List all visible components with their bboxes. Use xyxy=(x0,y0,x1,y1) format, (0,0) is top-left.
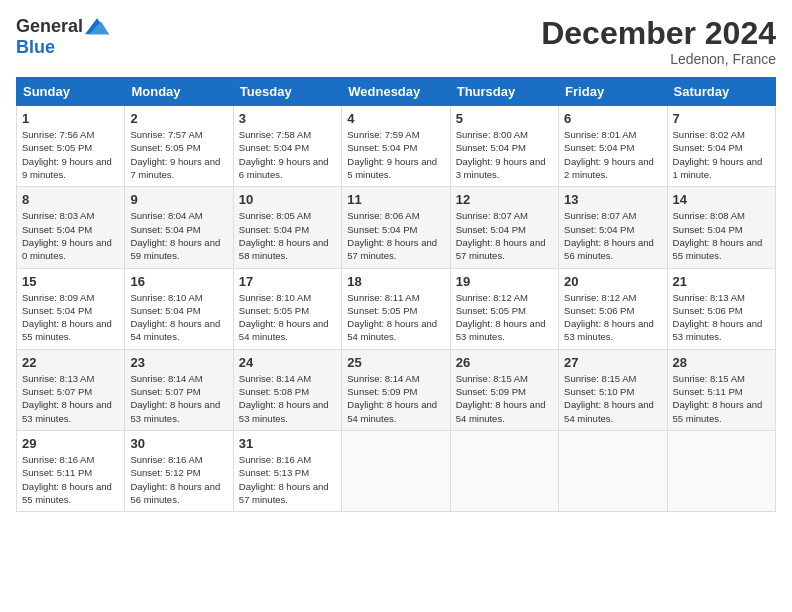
sunset-label: Sunset: 5:06 PM xyxy=(673,305,743,316)
daylight-label: Daylight: 8 hours and 53 minutes. xyxy=(22,399,112,423)
sunset-label: Sunset: 5:07 PM xyxy=(130,386,200,397)
day-number: 14 xyxy=(673,192,770,207)
sunset-label: Sunset: 5:04 PM xyxy=(22,305,92,316)
day-info: Sunrise: 8:01 AM Sunset: 5:04 PM Dayligh… xyxy=(564,128,661,181)
sunrise-label: Sunrise: 8:00 AM xyxy=(456,129,528,140)
day-number: 20 xyxy=(564,274,661,289)
daylight-label: Daylight: 9 hours and 3 minutes. xyxy=(456,156,546,180)
table-row: 19 Sunrise: 8:12 AM Sunset: 5:05 PM Dayl… xyxy=(450,268,558,349)
sunset-label: Sunset: 5:12 PM xyxy=(130,467,200,478)
day-number: 29 xyxy=(22,436,119,451)
table-row: 14 Sunrise: 8:08 AM Sunset: 5:04 PM Dayl… xyxy=(667,187,775,268)
day-info: Sunrise: 8:09 AM Sunset: 5:04 PM Dayligh… xyxy=(22,291,119,344)
table-row xyxy=(342,430,450,511)
sunrise-label: Sunrise: 8:02 AM xyxy=(673,129,745,140)
sunset-label: Sunset: 5:05 PM xyxy=(456,305,526,316)
daylight-label: Daylight: 8 hours and 54 minutes. xyxy=(347,318,437,342)
sunrise-label: Sunrise: 8:01 AM xyxy=(564,129,636,140)
sunrise-label: Sunrise: 8:10 AM xyxy=(239,292,311,303)
col-thursday: Thursday xyxy=(450,78,558,106)
col-monday: Monday xyxy=(125,78,233,106)
daylight-label: Daylight: 9 hours and 1 minute. xyxy=(673,156,763,180)
day-info: Sunrise: 7:57 AM Sunset: 5:05 PM Dayligh… xyxy=(130,128,227,181)
day-number: 2 xyxy=(130,111,227,126)
sunrise-label: Sunrise: 8:15 AM xyxy=(673,373,745,384)
sunrise-label: Sunrise: 8:03 AM xyxy=(22,210,94,221)
day-number: 24 xyxy=(239,355,336,370)
day-info: Sunrise: 8:07 AM Sunset: 5:04 PM Dayligh… xyxy=(564,209,661,262)
sunrise-label: Sunrise: 8:04 AM xyxy=(130,210,202,221)
sunrise-label: Sunrise: 8:16 AM xyxy=(22,454,94,465)
day-info: Sunrise: 8:12 AM Sunset: 5:06 PM Dayligh… xyxy=(564,291,661,344)
day-info: Sunrise: 8:06 AM Sunset: 5:04 PM Dayligh… xyxy=(347,209,444,262)
sunset-label: Sunset: 5:04 PM xyxy=(239,142,309,153)
table-row: 24 Sunrise: 8:14 AM Sunset: 5:08 PM Dayl… xyxy=(233,349,341,430)
title-block: December 2024 Ledenon, France xyxy=(541,16,776,67)
day-number: 27 xyxy=(564,355,661,370)
day-number: 16 xyxy=(130,274,227,289)
daylight-label: Daylight: 8 hours and 54 minutes. xyxy=(239,318,329,342)
col-saturday: Saturday xyxy=(667,78,775,106)
sunset-label: Sunset: 5:04 PM xyxy=(564,224,634,235)
table-row: 11 Sunrise: 8:06 AM Sunset: 5:04 PM Dayl… xyxy=(342,187,450,268)
day-info: Sunrise: 8:03 AM Sunset: 5:04 PM Dayligh… xyxy=(22,209,119,262)
sunset-label: Sunset: 5:05 PM xyxy=(239,305,309,316)
logo-blue-text: Blue xyxy=(16,37,55,57)
daylight-label: Daylight: 8 hours and 53 minutes. xyxy=(239,399,329,423)
table-row: 7 Sunrise: 8:02 AM Sunset: 5:04 PM Dayli… xyxy=(667,106,775,187)
sunrise-label: Sunrise: 8:15 AM xyxy=(564,373,636,384)
daylight-label: Daylight: 9 hours and 6 minutes. xyxy=(239,156,329,180)
daylight-label: Daylight: 8 hours and 57 minutes. xyxy=(239,481,329,505)
sunset-label: Sunset: 5:04 PM xyxy=(239,224,309,235)
calendar-week-5: 29 Sunrise: 8:16 AM Sunset: 5:11 PM Dayl… xyxy=(17,430,776,511)
table-row: 18 Sunrise: 8:11 AM Sunset: 5:05 PM Dayl… xyxy=(342,268,450,349)
day-number: 7 xyxy=(673,111,770,126)
day-info: Sunrise: 8:12 AM Sunset: 5:05 PM Dayligh… xyxy=(456,291,553,344)
day-info: Sunrise: 8:11 AM Sunset: 5:05 PM Dayligh… xyxy=(347,291,444,344)
daylight-label: Daylight: 8 hours and 53 minutes. xyxy=(456,318,546,342)
daylight-label: Daylight: 9 hours and 5 minutes. xyxy=(347,156,437,180)
day-number: 6 xyxy=(564,111,661,126)
table-row xyxy=(450,430,558,511)
sunset-label: Sunset: 5:04 PM xyxy=(456,224,526,235)
table-row: 28 Sunrise: 8:15 AM Sunset: 5:11 PM Dayl… xyxy=(667,349,775,430)
table-row xyxy=(559,430,667,511)
sunrise-label: Sunrise: 8:11 AM xyxy=(347,292,419,303)
table-row: 8 Sunrise: 8:03 AM Sunset: 5:04 PM Dayli… xyxy=(17,187,125,268)
daylight-label: Daylight: 8 hours and 59 minutes. xyxy=(130,237,220,261)
sunset-label: Sunset: 5:04 PM xyxy=(673,224,743,235)
day-info: Sunrise: 8:16 AM Sunset: 5:11 PM Dayligh… xyxy=(22,453,119,506)
day-number: 3 xyxy=(239,111,336,126)
sunrise-label: Sunrise: 8:10 AM xyxy=(130,292,202,303)
table-row: 12 Sunrise: 8:07 AM Sunset: 5:04 PM Dayl… xyxy=(450,187,558,268)
logo: General Blue xyxy=(16,16,109,58)
daylight-label: Daylight: 8 hours and 53 minutes. xyxy=(130,399,220,423)
day-number: 8 xyxy=(22,192,119,207)
table-row: 9 Sunrise: 8:04 AM Sunset: 5:04 PM Dayli… xyxy=(125,187,233,268)
daylight-label: Daylight: 8 hours and 53 minutes. xyxy=(564,318,654,342)
daylight-label: Daylight: 8 hours and 55 minutes. xyxy=(673,399,763,423)
sunrise-label: Sunrise: 8:16 AM xyxy=(239,454,311,465)
day-number: 30 xyxy=(130,436,227,451)
sunset-label: Sunset: 5:11 PM xyxy=(22,467,92,478)
day-info: Sunrise: 8:14 AM Sunset: 5:07 PM Dayligh… xyxy=(130,372,227,425)
day-info: Sunrise: 8:14 AM Sunset: 5:08 PM Dayligh… xyxy=(239,372,336,425)
table-row: 6 Sunrise: 8:01 AM Sunset: 5:04 PM Dayli… xyxy=(559,106,667,187)
table-row: 22 Sunrise: 8:13 AM Sunset: 5:07 PM Dayl… xyxy=(17,349,125,430)
location-text: Ledenon, France xyxy=(541,51,776,67)
table-row: 13 Sunrise: 8:07 AM Sunset: 5:04 PM Dayl… xyxy=(559,187,667,268)
table-row: 3 Sunrise: 7:58 AM Sunset: 5:04 PM Dayli… xyxy=(233,106,341,187)
sunset-label: Sunset: 5:04 PM xyxy=(22,224,92,235)
day-number: 17 xyxy=(239,274,336,289)
calendar-table: Sunday Monday Tuesday Wednesday Thursday… xyxy=(16,77,776,512)
sunset-label: Sunset: 5:04 PM xyxy=(673,142,743,153)
sunrise-label: Sunrise: 8:05 AM xyxy=(239,210,311,221)
daylight-label: Daylight: 8 hours and 58 minutes. xyxy=(239,237,329,261)
sunrise-label: Sunrise: 7:58 AM xyxy=(239,129,311,140)
day-number: 18 xyxy=(347,274,444,289)
sunrise-label: Sunrise: 8:12 AM xyxy=(564,292,636,303)
sunset-label: Sunset: 5:04 PM xyxy=(347,142,417,153)
table-row: 27 Sunrise: 8:15 AM Sunset: 5:10 PM Dayl… xyxy=(559,349,667,430)
sunset-label: Sunset: 5:08 PM xyxy=(239,386,309,397)
sunrise-label: Sunrise: 7:59 AM xyxy=(347,129,419,140)
